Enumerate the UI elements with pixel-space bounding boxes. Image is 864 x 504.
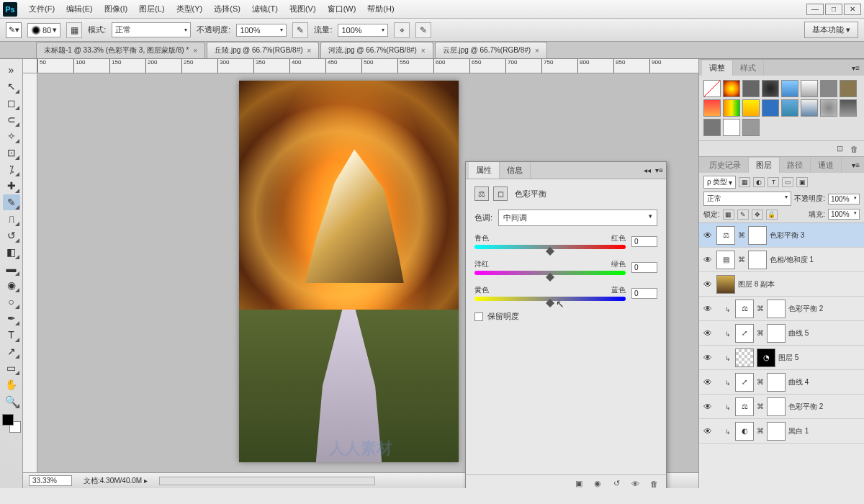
close-icon[interactable]: × — [193, 47, 197, 55]
layer-mask-thumb[interactable] — [767, 300, 786, 318]
lock-pixels-icon[interactable]: ✎ — [737, 210, 749, 220]
layer-fill-input[interactable]: 100% — [828, 209, 860, 220]
document-tab[interactable]: 丘陵.jpg @ 66.7%(RGB/8#)× — [207, 42, 319, 58]
filter-pixel-icon[interactable]: ▦ — [739, 177, 750, 187]
type-tool[interactable]: T — [3, 327, 20, 343]
visibility-toggle[interactable]: 👁 — [702, 230, 714, 240]
slider-value-input[interactable]: 0 — [631, 288, 657, 299]
layer-name[interactable]: 色彩平衡 2 — [788, 304, 823, 314]
tab-properties[interactable]: 属性 — [469, 162, 500, 179]
visibility-toggle[interactable]: 👁 — [702, 353, 714, 363]
menu-图层[interactable]: 图层(L) — [133, 1, 170, 17]
shape-tool[interactable]: ▭ — [3, 360, 20, 376]
tab-adjustments[interactable]: 调整 — [702, 60, 733, 76]
visibility-toggle[interactable]: 👁 — [702, 426, 714, 436]
menu-图像[interactable]: 图像(I) — [99, 1, 133, 17]
menu-选择[interactable]: 选择(S) — [208, 1, 246, 17]
adj-preset[interactable] — [801, 99, 818, 117]
menu-滤镜[interactable]: 滤镜(T) — [246, 1, 284, 17]
preserve-luminosity-checkbox[interactable]: 保留明度 — [474, 311, 657, 322]
link-mask-icon[interactable]: ⌘ — [757, 427, 764, 435]
document-tab[interactable]: 河流.jpg @ 66.7%(RGB/8#)× — [320, 42, 433, 58]
reset-icon[interactable]: ↺ — [610, 478, 623, 489]
opacity-select[interactable]: 100% — [236, 24, 287, 37]
layer-row[interactable]: 👁⚖⌘色彩平衡 3 — [699, 223, 864, 248]
crop-tool[interactable]: ⊡ — [3, 145, 20, 161]
link-mask-icon[interactable]: ⌘ — [738, 231, 745, 239]
slider-value-input[interactable]: 0 — [631, 236, 657, 247]
adj-preset[interactable] — [742, 80, 760, 97]
layer-filter-type[interactable]: ρ 类型 ▾ — [703, 176, 736, 189]
visibility-toggle[interactable]: 👁 — [702, 304, 714, 314]
visibility-toggle[interactable]: 👁 — [702, 328, 714, 338]
layer-mask-thumb[interactable] — [748, 251, 767, 269]
horizontal-scrollbar[interactable] — [159, 477, 375, 485]
tab-info[interactable]: 信息 — [500, 162, 531, 179]
close-icon[interactable]: × — [535, 47, 539, 55]
stamp-tool[interactable]: ⎍ — [3, 211, 20, 227]
layer-mask-thumb[interactable] — [767, 422, 786, 441]
link-mask-icon[interactable]: ⌘ — [738, 256, 745, 264]
clip-to-layer-icon[interactable]: ▣ — [572, 478, 585, 489]
adj-preset[interactable] — [801, 80, 818, 97]
filter-shape-icon[interactable]: ▭ — [782, 177, 793, 187]
menu-类型[interactable]: 类型(Y) — [171, 1, 209, 17]
zoom-tool[interactable]: 🔍 — [3, 393, 20, 409]
foreground-color[interactable] — [2, 414, 14, 426]
layer-name[interactable]: 黑白 1 — [788, 426, 809, 436]
layer-row[interactable]: 👁▤⌘色相/饱和度 1 — [699, 248, 864, 272]
color-swatches[interactable] — [2, 414, 21, 433]
layer-name[interactable]: 图层 8 副本 — [738, 279, 775, 289]
adj-preset[interactable] — [781, 99, 798, 117]
adj-preset[interactable] — [703, 80, 721, 97]
blur-tool[interactable]: ◉ — [3, 277, 20, 293]
document-tab[interactable]: 云层.jpg @ 66.7%(RGB/8#)× — [435, 42, 547, 58]
link-mask-icon[interactable]: ⌘ — [757, 378, 764, 386]
panel-collapse-icon[interactable]: ◂◂ — [644, 166, 651, 174]
layer-name[interactable]: 色相/饱和度 1 — [770, 255, 814, 265]
flow-select[interactable]: 100% — [338, 24, 388, 37]
visibility-toggle[interactable]: 👁 — [702, 402, 714, 412]
adj-preset[interactable] — [703, 99, 721, 117]
adj-preset[interactable] — [762, 99, 779, 117]
tab-paths[interactable]: 路径 — [780, 158, 811, 173]
eyedropper-tool[interactable]: ⁒ — [3, 161, 20, 177]
slider-value-input[interactable]: 0 — [631, 262, 657, 273]
adj-preset[interactable] — [703, 119, 721, 136]
adj-preset[interactable] — [742, 99, 760, 117]
visibility-toggle[interactable]: 👁 — [702, 377, 714, 387]
tab-channels[interactable]: 通道 — [811, 158, 842, 173]
visibility-toggle[interactable]: 👁 — [702, 255, 714, 265]
slider-thumb[interactable] — [546, 243, 554, 251]
link-mask-icon[interactable]: ⌘ — [757, 329, 764, 337]
gradient-tool[interactable]: ▬ — [3, 261, 20, 276]
color-balance-slider[interactable] — [474, 297, 626, 301]
panel-menu-icon[interactable]: ▾≡ — [847, 161, 864, 169]
move-tool[interactable]: ↖ — [3, 78, 20, 94]
tab-history[interactable]: 历史记录 — [702, 158, 749, 173]
horizontal-ruler[interactable]: 5010015020025030035040045050055060065070… — [37, 59, 698, 73]
slider-thumb[interactable] — [546, 294, 554, 303]
brush-preset-picker[interactable]: 80▾ — [27, 23, 60, 37]
blend-mode-select[interactable]: 正常 — [112, 22, 191, 37]
dodge-tool[interactable]: ○ — [3, 294, 20, 310]
layer-thumb[interactable] — [735, 348, 754, 367]
layer-mask-thumb[interactable] — [767, 373, 786, 392]
layer-row[interactable]: 👁↳⤢⌘曲线 4 — [699, 370, 864, 395]
mask-icon[interactable]: ◻ — [493, 186, 508, 201]
tone-select[interactable]: 中间调 — [498, 210, 657, 226]
lock-transparency-icon[interactable]: ▦ — [723, 210, 734, 220]
tool-preset-picker[interactable]: ✎▾ — [6, 22, 22, 38]
menu-编辑[interactable]: 编辑(E) — [60, 1, 99, 17]
delete-style-icon[interactable]: 🗑 — [850, 145, 858, 153]
maximize-button[interactable]: □ — [825, 4, 842, 15]
adj-preset[interactable] — [840, 80, 857, 97]
tablet-pressure-icon[interactable]: ✎ — [415, 22, 431, 38]
panel-menu-icon[interactable]: ▾≡ — [655, 166, 663, 174]
healing-tool[interactable]: ✚ — [3, 178, 20, 194]
layer-name[interactable]: 色彩平衡 3 — [770, 230, 804, 240]
layer-row[interactable]: 👁↳⚖⌘色彩平衡 2 — [699, 395, 864, 419]
filter-adjust-icon[interactable]: ◐ — [753, 177, 765, 187]
color-balance-slider[interactable] — [474, 245, 626, 249]
new-style-icon[interactable]: ⊡ — [837, 144, 843, 153]
